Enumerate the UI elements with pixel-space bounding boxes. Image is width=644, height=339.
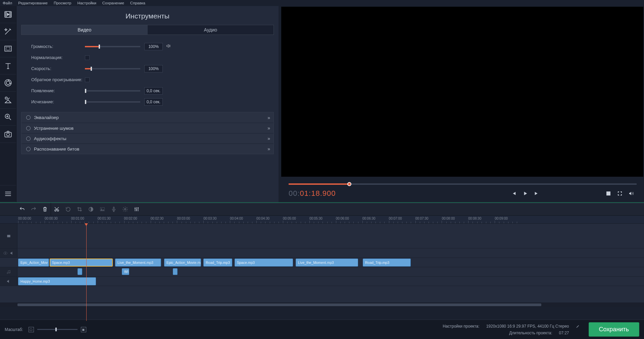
accordion-audioeffects[interactable]: Аудиоэффекты» xyxy=(21,133,274,144)
rail-camera-icon[interactable] xyxy=(0,126,16,143)
timeline-clip[interactable]: Epic_Action_Mov xyxy=(18,259,49,267)
extra-audio-track[interactable]: Happy_Home.mp3 xyxy=(0,277,644,286)
timeline-tracks: Epic_Action_MovSpace.mp3Live_the_Moment.… xyxy=(0,224,644,303)
menu-edit[interactable]: Редактирование xyxy=(18,1,48,5)
timeline-clip[interactable]: Road_Trip.mp3 xyxy=(203,259,232,267)
slider-volume[interactable] xyxy=(85,46,140,47)
next-button[interactable] xyxy=(531,189,542,198)
chevron-right-icon: » xyxy=(267,125,269,131)
slider-fadeout[interactable] xyxy=(85,101,140,103)
zoom-out-button[interactable]: ▢ xyxy=(29,327,34,332)
extra-audio-track-header[interactable] xyxy=(0,277,17,286)
value-speed[interactable]: 100% xyxy=(144,65,163,72)
timeline-clip[interactable]: WI xyxy=(122,268,129,275)
tab-audio[interactable]: Аудио xyxy=(148,25,274,35)
preview-volume-button[interactable] xyxy=(626,189,637,198)
svg-point-4 xyxy=(6,81,10,85)
value-fadeout[interactable]: 0,0 сек. xyxy=(144,98,163,106)
gear-button[interactable] xyxy=(119,203,131,216)
cut-button[interactable] xyxy=(51,203,62,216)
play-button[interactable] xyxy=(520,189,531,198)
speaker-icon xyxy=(10,251,14,256)
video-track-header[interactable] xyxy=(0,224,17,248)
marker-track[interactable]: WI xyxy=(0,267,644,277)
rail-wand-icon[interactable] xyxy=(0,23,16,40)
eye-track-header[interactable] xyxy=(0,248,17,258)
rail-transitions-icon[interactable] xyxy=(0,92,16,109)
rail-media-icon[interactable] xyxy=(0,6,16,23)
save-button[interactable]: Сохранить xyxy=(589,322,639,337)
chevron-right-icon: » xyxy=(267,115,269,120)
timeline-scrollbar[interactable] xyxy=(0,303,644,307)
ruler-label: 00:06:00 xyxy=(336,217,349,220)
footer: Масштаб: ▢ ▣ Настройки проекта: 1920x108… xyxy=(0,320,644,339)
delete-button[interactable] xyxy=(39,203,51,216)
accordion-list: Эквалайзер» Устранение шумов» Аудиоэффек… xyxy=(21,112,274,154)
accordion-beats[interactable]: Распознавание битов» xyxy=(21,144,274,154)
timeline-clip[interactable]: Space.mp3 xyxy=(235,259,293,267)
timeline-clip[interactable]: Space.mp3 xyxy=(50,259,113,267)
volume-icon[interactable] xyxy=(166,44,171,49)
value-fadein[interactable]: 0,0 сек. xyxy=(144,87,163,95)
video-preview[interactable] xyxy=(281,7,643,177)
menu-save[interactable]: Сохранение xyxy=(102,1,124,5)
label-reverse: Обратное проигрывание: xyxy=(31,77,85,82)
label-speed: Скорость: xyxy=(31,66,85,71)
redo-button[interactable] xyxy=(28,203,39,216)
contrast-button[interactable] xyxy=(85,203,97,216)
mic-button[interactable] xyxy=(108,203,119,216)
timeline-clip[interactable]: Happy_Home.mp3 xyxy=(18,277,96,285)
zoom-slider[interactable] xyxy=(37,329,78,330)
edit-settings-icon[interactable] xyxy=(576,324,580,328)
menu-file[interactable]: Файл xyxy=(3,1,12,5)
seek-bar[interactable] xyxy=(289,183,637,185)
timeline-clip[interactable] xyxy=(173,268,178,275)
value-volume[interactable]: 100% xyxy=(144,43,163,50)
crop-button[interactable] xyxy=(74,203,85,216)
timeline-ruler[interactable]: 00:00:0000:00:3000:01:0000:01:3000:02:00… xyxy=(0,216,644,224)
timeline-clip[interactable]: Live_the_Moment.mp3 xyxy=(296,259,358,267)
checkbox-normalize[interactable] xyxy=(85,55,90,60)
playhead[interactable] xyxy=(86,224,87,321)
tools-tabs: Видео Аудио xyxy=(21,25,274,35)
top-menu: Файл Редактирование Просмотр Настройки С… xyxy=(0,0,644,6)
empty-track xyxy=(0,286,644,303)
eye-track-row xyxy=(0,248,644,258)
prev-button[interactable] xyxy=(508,189,519,198)
rail-text-icon[interactable] xyxy=(0,57,16,74)
slider-fadein[interactable] xyxy=(85,90,140,92)
rail-zoom-icon[interactable] xyxy=(0,109,16,126)
rail-cropselect-icon[interactable] xyxy=(0,40,16,57)
project-settings-value: 1920x1080 16:9 29.97 FPS, 44100 Гц Стере… xyxy=(486,323,569,330)
slider-speed[interactable] xyxy=(85,68,140,69)
svg-point-3 xyxy=(5,79,11,86)
adjust-button[interactable] xyxy=(131,203,142,216)
menu-help[interactable]: Справка xyxy=(130,1,145,5)
timeline-clip[interactable]: Live_the_Moment.mp3 xyxy=(115,259,161,267)
ruler-label: 00:03:00 xyxy=(177,217,190,220)
menu-settings[interactable]: Настройки xyxy=(77,1,96,5)
fullscreen-button[interactable] xyxy=(614,189,625,198)
rail-list-icon[interactable] xyxy=(0,185,16,202)
rotate-button[interactable] xyxy=(62,203,74,216)
checkbox-reverse[interactable] xyxy=(85,77,90,82)
svg-point-14 xyxy=(101,208,102,209)
popout-button[interactable] xyxy=(603,189,614,198)
timeline-clip[interactable] xyxy=(78,268,82,275)
image-button[interactable] xyxy=(97,203,108,216)
tools-title: Инструменты xyxy=(21,12,274,20)
speaker-icon xyxy=(6,279,11,284)
label-fadein: Появление: xyxy=(31,88,85,93)
accordion-noise[interactable]: Устранение шумов» xyxy=(21,123,274,133)
main-audio-track[interactable]: Epic_Action_MovSpace.mp3Live_the_Moment.… xyxy=(0,258,644,267)
timeline-clip[interactable]: Road_Trip.mp3 xyxy=(363,259,411,267)
zoom-fit-button[interactable]: ▣ xyxy=(81,327,86,332)
marker-track-header[interactable] xyxy=(0,267,17,276)
menu-view[interactable]: Просмотр xyxy=(54,1,71,5)
undo-button[interactable] xyxy=(16,203,28,216)
rail-stickers-icon[interactable] xyxy=(0,74,16,92)
ruler-label: 00:05:30 xyxy=(309,217,323,220)
accordion-equalizer[interactable]: Эквалайзер» xyxy=(21,112,274,123)
tab-video[interactable]: Видео xyxy=(21,25,148,35)
timeline-clip[interactable]: Epic_Action_Movie.mp xyxy=(164,259,201,267)
